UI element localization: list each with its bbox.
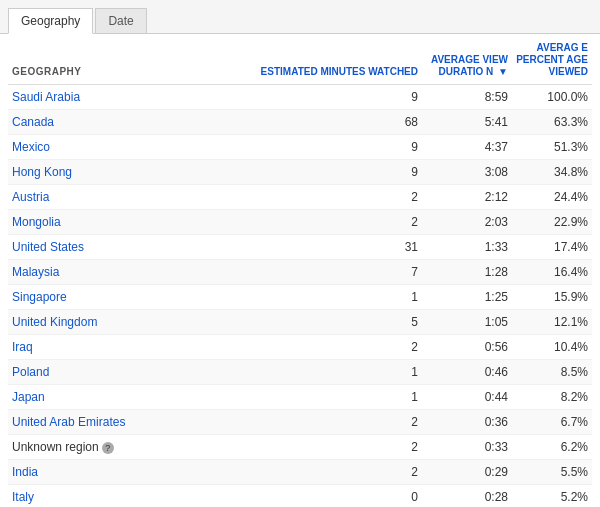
cell-avg-duration: 1:05 bbox=[422, 310, 512, 335]
cell-geography: Austria bbox=[8, 185, 242, 210]
cell-minutes: 1 bbox=[242, 385, 422, 410]
cell-geography: Saudi Arabia bbox=[8, 85, 242, 110]
cell-minutes: 9 bbox=[242, 85, 422, 110]
cell-avg-duration: 4:37 bbox=[422, 135, 512, 160]
table-row: Austria22:1224.4% bbox=[8, 185, 592, 210]
cell-geography: Singapore bbox=[8, 285, 242, 310]
geography-link[interactable]: Singapore bbox=[12, 290, 67, 304]
cell-minutes: 5 bbox=[242, 310, 422, 335]
cell-avg-duration: 2:12 bbox=[422, 185, 512, 210]
geography-link[interactable]: Japan bbox=[12, 390, 45, 404]
cell-avg-duration: 0:33 bbox=[422, 435, 512, 460]
geography-link[interactable]: Mongolia bbox=[12, 215, 61, 229]
geography-link[interactable]: Canada bbox=[12, 115, 54, 129]
geography-link[interactable]: Austria bbox=[12, 190, 49, 204]
col-header-minutes[interactable]: ESTIMATED MINUTES WATCHED bbox=[242, 34, 422, 85]
table-row: Iraq20:5610.4% bbox=[8, 335, 592, 360]
tab-bar: Geography Date bbox=[0, 0, 600, 34]
table-row: United States311:3317.4% bbox=[8, 235, 592, 260]
table-row: Unknown region?20:336.2% bbox=[8, 435, 592, 460]
geography-link[interactable]: Hong Kong bbox=[12, 165, 72, 179]
cell-minutes: 2 bbox=[242, 435, 422, 460]
table-row: India20:295.5% bbox=[8, 460, 592, 485]
table-row: Malaysia71:2816.4% bbox=[8, 260, 592, 285]
cell-avg-pct: 5.5% bbox=[512, 460, 592, 485]
cell-avg-duration: 8:59 bbox=[422, 85, 512, 110]
cell-avg-duration: 0:56 bbox=[422, 335, 512, 360]
cell-geography: United Kingdom bbox=[8, 310, 242, 335]
table-row: Saudi Arabia98:59100.0% bbox=[8, 85, 592, 110]
cell-minutes: 0 bbox=[242, 485, 422, 508]
col-header-avg-duration[interactable]: AVERAGE VIEW DURATIO N ▼ bbox=[422, 34, 512, 85]
cell-geography: Mongolia bbox=[8, 210, 242, 235]
cell-avg-pct: 63.3% bbox=[512, 110, 592, 135]
geography-link[interactable]: Mexico bbox=[12, 140, 50, 154]
geography-link[interactable]: Italy bbox=[12, 490, 34, 504]
cell-minutes: 2 bbox=[242, 210, 422, 235]
table-row: Japan10:448.2% bbox=[8, 385, 592, 410]
cell-avg-duration: 2:03 bbox=[422, 210, 512, 235]
cell-avg-duration: 1:25 bbox=[422, 285, 512, 310]
geography-link[interactable]: India bbox=[12, 465, 38, 479]
cell-minutes: 9 bbox=[242, 160, 422, 185]
cell-avg-pct: 24.4% bbox=[512, 185, 592, 210]
cell-minutes: 9 bbox=[242, 135, 422, 160]
sort-arrow-duration: ▼ bbox=[498, 66, 508, 78]
geography-link[interactable]: Malaysia bbox=[12, 265, 59, 279]
cell-avg-pct: 51.3% bbox=[512, 135, 592, 160]
table-row: Italy00:285.2% bbox=[8, 485, 592, 508]
cell-avg-duration: 1:28 bbox=[422, 260, 512, 285]
cell-geography: Poland bbox=[8, 360, 242, 385]
cell-minutes: 2 bbox=[242, 460, 422, 485]
cell-avg-duration: 1:33 bbox=[422, 235, 512, 260]
cell-geography: Malaysia bbox=[8, 260, 242, 285]
table-row: Mongolia22:0322.9% bbox=[8, 210, 592, 235]
tab-geography[interactable]: Geography bbox=[8, 8, 93, 34]
geography-table: GEOGRAPHY ESTIMATED MINUTES WATCHED AVER… bbox=[8, 34, 592, 507]
cell-avg-pct: 22.9% bbox=[512, 210, 592, 235]
table-row: Hong Kong93:0834.8% bbox=[8, 160, 592, 185]
geography-link[interactable]: Iraq bbox=[12, 340, 33, 354]
cell-avg-duration: 0:44 bbox=[422, 385, 512, 410]
cell-avg-pct: 6.7% bbox=[512, 410, 592, 435]
cell-minutes: 7 bbox=[242, 260, 422, 285]
cell-avg-duration: 0:36 bbox=[422, 410, 512, 435]
table-row: United Kingdom51:0512.1% bbox=[8, 310, 592, 335]
geography-link[interactable]: United Kingdom bbox=[12, 315, 97, 329]
cell-geography: Hong Kong bbox=[8, 160, 242, 185]
cell-minutes: 2 bbox=[242, 410, 422, 435]
cell-avg-duration: 0:28 bbox=[422, 485, 512, 508]
table-row: Singapore11:2515.9% bbox=[8, 285, 592, 310]
table-container: GEOGRAPHY ESTIMATED MINUTES WATCHED AVER… bbox=[0, 34, 600, 507]
cell-avg-duration: 0:29 bbox=[422, 460, 512, 485]
tab-date[interactable]: Date bbox=[95, 8, 146, 33]
cell-avg-pct: 100.0% bbox=[512, 85, 592, 110]
cell-avg-pct: 10.4% bbox=[512, 335, 592, 360]
cell-geography: Iraq bbox=[8, 335, 242, 360]
table-row: Canada685:4163.3% bbox=[8, 110, 592, 135]
table-body: Saudi Arabia98:59100.0%Canada685:4163.3%… bbox=[8, 85, 592, 508]
cell-avg-pct: 6.2% bbox=[512, 435, 592, 460]
cell-avg-pct: 17.4% bbox=[512, 235, 592, 260]
cell-avg-pct: 8.2% bbox=[512, 385, 592, 410]
table-row: United Arab Emirates20:366.7% bbox=[8, 410, 592, 435]
col-header-avg-pct[interactable]: AVERAG E PERCENT AGE VIEWED bbox=[512, 34, 592, 85]
geography-link[interactable]: United Arab Emirates bbox=[12, 415, 125, 429]
cell-minutes: 2 bbox=[242, 335, 422, 360]
cell-geography: United States bbox=[8, 235, 242, 260]
cell-geography: India bbox=[8, 460, 242, 485]
geography-label: Unknown region bbox=[12, 440, 99, 454]
geography-link[interactable]: Saudi Arabia bbox=[12, 90, 80, 104]
cell-geography: Canada bbox=[8, 110, 242, 135]
cell-avg-pct: 16.4% bbox=[512, 260, 592, 285]
cell-avg-duration: 5:41 bbox=[422, 110, 512, 135]
geography-link[interactable]: Poland bbox=[12, 365, 49, 379]
geography-link[interactable]: United States bbox=[12, 240, 84, 254]
cell-avg-duration: 0:46 bbox=[422, 360, 512, 385]
cell-avg-pct: 8.5% bbox=[512, 360, 592, 385]
cell-avg-pct: 5.2% bbox=[512, 485, 592, 508]
help-icon[interactable]: ? bbox=[102, 442, 114, 454]
cell-avg-pct: 12.1% bbox=[512, 310, 592, 335]
cell-avg-duration: 3:08 bbox=[422, 160, 512, 185]
cell-geography: United Arab Emirates bbox=[8, 410, 242, 435]
